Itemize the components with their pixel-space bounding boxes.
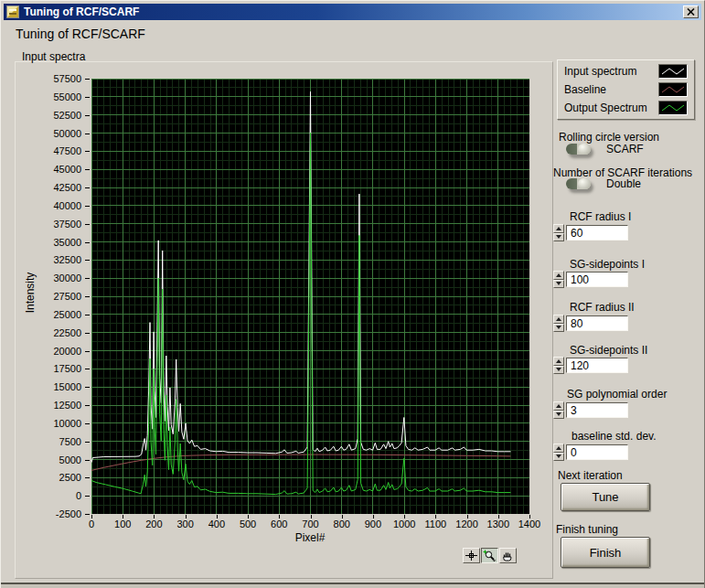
decrement-button[interactable] bbox=[553, 453, 564, 462]
legend-item-input-spectrum[interactable]: Input spectrum bbox=[558, 62, 694, 80]
up-arrow-icon bbox=[556, 227, 561, 230]
rcf-radius-2-field[interactable] bbox=[566, 315, 628, 331]
next-iteration-label: Next iteration bbox=[558, 469, 623, 482]
increment-button[interactable] bbox=[553, 444, 564, 453]
decrement-button[interactable] bbox=[553, 366, 564, 375]
decrement-button[interactable] bbox=[553, 280, 564, 289]
down-arrow-icon bbox=[556, 412, 561, 416]
rcf-radius-1-control bbox=[553, 224, 628, 241]
crosshair-icon bbox=[465, 550, 478, 561]
input-spectrum-line-swatch bbox=[658, 64, 688, 79]
plot-area[interactable] bbox=[91, 79, 529, 514]
rolling-circle-value: SCARF bbox=[606, 143, 644, 155]
rcf-radius-2-label: RCF radius II bbox=[570, 301, 635, 314]
rolling-circle-version-label: Rolling circle version bbox=[559, 131, 659, 144]
finish-tuning-label: Finish tuning bbox=[556, 523, 618, 536]
finish-button[interactable]: Finish bbox=[561, 537, 650, 568]
up-arrow-icon bbox=[556, 359, 561, 363]
down-arrow-icon bbox=[556, 282, 561, 285]
up-arrow-icon bbox=[556, 404, 561, 408]
window-bottom-edge bbox=[1, 583, 704, 588]
baseline-std-dev-label: baseline std. dev. bbox=[571, 430, 657, 443]
page-title: Tuning of RCF/SCARF bbox=[16, 27, 145, 41]
chart-legend: Input spectrum Baseline Output Spectrum bbox=[557, 59, 695, 120]
rcf-radius-1-field[interactable] bbox=[566, 225, 628, 241]
window-title: Tuning of RCF/SCARF bbox=[24, 5, 683, 18]
decrement-button[interactable] bbox=[553, 233, 564, 242]
down-arrow-icon bbox=[556, 454, 561, 458]
chart-title: Input spectra bbox=[22, 50, 85, 63]
baseline-std-dev-control bbox=[553, 444, 628, 461]
spectra-chart bbox=[91, 79, 529, 514]
app-window: Tuning of RCF/SCARF Tuning of RCF/SCARF … bbox=[0, 0, 705, 588]
sg-polynomial-order-label: SG polynomial order bbox=[567, 388, 667, 401]
rcf-radius-1-spinner bbox=[553, 224, 564, 241]
rcf-radius-2-control bbox=[553, 315, 628, 332]
sg-sidepoints-2-control bbox=[553, 357, 628, 374]
sg-sidepoints-1-control bbox=[553, 271, 628, 288]
output-spectrum-line-swatch bbox=[658, 101, 688, 115]
decrement-button[interactable] bbox=[553, 411, 564, 420]
baseline-line-swatch bbox=[658, 82, 688, 97]
increment-button[interactable] bbox=[553, 357, 564, 366]
legend-label: Output Spectrum bbox=[564, 102, 658, 114]
increment-button[interactable] bbox=[553, 224, 564, 233]
legend-label: Baseline bbox=[564, 83, 658, 96]
legend-label: Input spectrum bbox=[564, 65, 658, 78]
app-icon bbox=[6, 5, 19, 18]
scarf-iterations-switch[interactable] bbox=[566, 178, 591, 189]
sg-sidepoints-1-spinner bbox=[553, 271, 564, 288]
scarf-iterations-value: Double bbox=[606, 177, 641, 190]
tune-button[interactable]: Tune bbox=[561, 483, 650, 511]
sg-polynomial-order-field[interactable] bbox=[566, 402, 628, 418]
up-arrow-icon bbox=[556, 446, 561, 450]
increment-button[interactable] bbox=[553, 315, 564, 324]
close-icon bbox=[687, 8, 695, 16]
titlebar[interactable]: Tuning of RCF/SCARF bbox=[4, 4, 701, 20]
baseline-std-dev-spinner bbox=[553, 444, 564, 461]
down-arrow-icon bbox=[556, 326, 561, 329]
sg-sidepoints-2-field[interactable] bbox=[566, 358, 628, 373]
sg-sidepoints-2-spinner bbox=[553, 357, 564, 374]
close-button[interactable] bbox=[683, 5, 699, 18]
baseline-std-dev-field[interactable] bbox=[566, 444, 628, 460]
increment-button[interactable] bbox=[553, 401, 564, 411]
up-arrow-icon bbox=[556, 317, 561, 321]
down-arrow-icon bbox=[556, 235, 561, 239]
hand-icon bbox=[501, 550, 515, 561]
sg-sidepoints-1-label: SG-sidepoints I bbox=[570, 258, 645, 271]
zoom-tool-button[interactable] bbox=[481, 548, 498, 563]
rcf-radius-1-label: RCF radius I bbox=[570, 210, 631, 223]
sg-sidepoints-2-label: SG-sidepoints II bbox=[570, 344, 647, 357]
rcf-radius-2-spinner bbox=[553, 315, 564, 332]
rolling-circle-switch[interactable] bbox=[566, 144, 591, 155]
down-arrow-icon bbox=[556, 368, 561, 371]
x-axis-label: Pixel# bbox=[283, 531, 337, 544]
legend-item-output-spectrum[interactable]: Output Spectrum bbox=[558, 99, 694, 117]
sg-sidepoints-1-field[interactable] bbox=[566, 272, 628, 287]
pan-tool-button[interactable] bbox=[499, 548, 517, 563]
up-arrow-icon bbox=[556, 273, 561, 277]
cursor-tool-button[interactable] bbox=[463, 548, 480, 563]
decrement-button[interactable] bbox=[553, 324, 564, 333]
legend-item-baseline[interactable]: Baseline bbox=[558, 80, 694, 99]
graph-palette bbox=[463, 548, 517, 563]
magnifier-icon bbox=[483, 550, 497, 561]
increment-button[interactable] bbox=[553, 271, 564, 280]
sg-polynomial-order-spinner bbox=[553, 401, 564, 419]
sg-polynomial-order-control bbox=[553, 401, 628, 419]
